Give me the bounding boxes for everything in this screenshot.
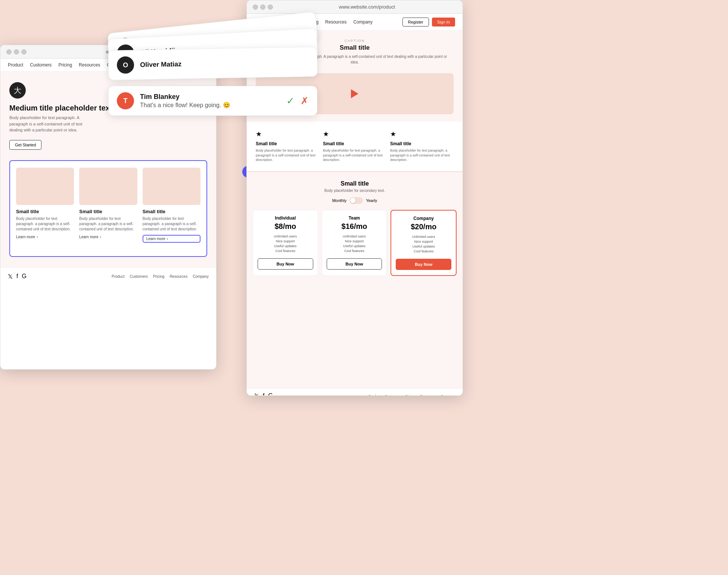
- right-footer-social: 𝕏 f G: [254, 392, 273, 396]
- toggle-monthly-label: Monthly: [332, 198, 347, 203]
- card-image-2: [79, 168, 137, 205]
- right-browser-footer: 𝕏 f G Product Customers Pricing Resource…: [247, 388, 463, 396]
- plan-feature-2-individual: Useful updates: [258, 244, 313, 248]
- get-started-button[interactable]: Get Started: [9, 140, 41, 150]
- chevron-right-icon: ›: [37, 235, 38, 239]
- plan-price-individual: $8/mo: [258, 222, 313, 231]
- footer-pricing[interactable]: Pricing: [153, 274, 165, 279]
- right-dot-1: [253, 4, 258, 10]
- cards-section: Small title Body placeholder for text pa…: [9, 160, 207, 257]
- card-learn-more-2[interactable]: Learn more ›: [79, 235, 137, 239]
- left-nav-product[interactable]: Product: [8, 62, 23, 68]
- left-nav-resources[interactable]: Resources: [79, 62, 100, 68]
- right-footer-pricing[interactable]: Pricing: [405, 394, 416, 396]
- card-image-1: [16, 168, 74, 205]
- feature-title-3: Small title: [390, 141, 454, 146]
- right-nav-company[interactable]: Company: [353, 19, 372, 25]
- check-icon[interactable]: ✓: [286, 95, 295, 107]
- footer-company[interactable]: Company: [193, 274, 209, 279]
- card-body-2: Body placeholder for text paragraph. a p…: [79, 216, 137, 232]
- right-browser-url: www.website.com/product: [277, 4, 457, 10]
- plan-feature-3-team: Cool features: [327, 249, 382, 253]
- buy-btn-company[interactable]: Buy Now: [396, 259, 451, 270]
- card-title-3: Small title: [143, 209, 200, 214]
- star-icon-3: ★: [390, 130, 454, 138]
- chat-card-3: O Oliver Matiaz: [108, 47, 317, 80]
- pricing-title: Small title: [253, 180, 457, 187]
- right-footer-customers[interactable]: Customers: [385, 394, 401, 396]
- right-browser-dots: [253, 4, 273, 10]
- card-body-3: Body placeholder for text paragraph. a p…: [143, 216, 200, 232]
- pricing-section: Small title Body placeholder for seconda…: [247, 172, 463, 284]
- right-facebook-icon[interactable]: f: [263, 392, 264, 396]
- card-learn-more-3-highlighted[interactable]: Learn more ›: [143, 235, 200, 243]
- right-footer-links: Product Customers Pricing Resources Comp…: [368, 394, 455, 396]
- footer-resources[interactable]: Resources: [169, 274, 187, 279]
- chat-content-tim: Tim Blankey That's a nice flow! Keep goi…: [140, 93, 230, 109]
- left-nav-pricing[interactable]: Pricing: [58, 62, 72, 68]
- plan-feature-0-individual: Unlimited users: [258, 234, 313, 238]
- google-icon[interactable]: G: [22, 273, 26, 280]
- star-icon-2: ★: [323, 130, 386, 138]
- toggle-knob: [350, 198, 355, 203]
- plan-price-company: $20/mo: [396, 223, 451, 231]
- right-google-icon[interactable]: G: [268, 392, 273, 396]
- card-body-1: Body placeholder for text paragraph. a p…: [16, 216, 74, 232]
- pricing-card-team: Team $16/mo Unlimited users Nice support…: [322, 210, 387, 276]
- plan-feature-0-company: Unlimited users: [396, 235, 451, 239]
- feature-col-1: ★ Small title Body placeholder for text …: [256, 130, 319, 162]
- facebook-icon[interactable]: f: [16, 273, 18, 280]
- plan-feature-0-team: Unlimited users: [327, 234, 382, 238]
- right-footer-product[interactable]: Product: [368, 394, 380, 396]
- card-item-3: Small title Body placeholder for text pa…: [143, 168, 200, 243]
- browser-dots: [6, 49, 27, 55]
- twitter-icon[interactable]: 𝕏: [8, 273, 13, 280]
- right-twitter-icon[interactable]: 𝕏: [254, 392, 259, 396]
- play-button-icon[interactable]: [351, 89, 358, 98]
- browser-dot-2: [14, 49, 19, 55]
- card-learn-more-1[interactable]: Learn more ›: [16, 235, 74, 239]
- right-footer-resources[interactable]: Resources: [420, 394, 436, 396]
- plan-price-team: $16/mo: [327, 222, 382, 231]
- cross-icon[interactable]: ✗: [301, 95, 309, 107]
- right-browser-body: CAPTION Small title Body placeholder for…: [247, 31, 463, 388]
- card-title-1: Small title: [16, 209, 74, 214]
- register-button[interactable]: Register: [402, 18, 429, 27]
- plan-name-individual: Individual: [258, 215, 313, 221]
- left-nav-customers[interactable]: Customers: [30, 62, 52, 68]
- feature-body-1: Body placeholder for text paragraph. a p…: [256, 148, 319, 162]
- right-footer-company[interactable]: Company: [441, 394, 455, 396]
- feature-col-3: ★ Small title Body placeholder for text …: [390, 130, 454, 162]
- avatar-oliver: O: [117, 56, 134, 74]
- footer-customers[interactable]: Customers: [130, 274, 147, 279]
- chat-message-tim: That's a nice flow! Keep going. 😊: [140, 102, 230, 109]
- chat-actions-tim: ✓ ✗: [286, 95, 309, 107]
- feature-body-2: Body placeholder for text paragraph. a p…: [323, 148, 386, 162]
- right-dot-2: [260, 4, 265, 10]
- chevron-right-icon-3: ›: [167, 237, 168, 241]
- hero-icon: 大: [9, 82, 26, 99]
- card-item-1: Small title Body placeholder for text pa…: [16, 168, 74, 243]
- right-nav-resources[interactable]: Resources: [325, 19, 346, 25]
- pricing-toggle: Monthly Yearly: [253, 197, 457, 204]
- star-icon-1: ★: [256, 130, 319, 138]
- toggle-yearly-label: Yearly: [366, 198, 377, 203]
- left-browser-footer: 𝕏 f G Product Customers Pricing Resource…: [0, 267, 216, 285]
- buy-btn-team[interactable]: Buy Now: [327, 258, 382, 270]
- signin-button[interactable]: Sign In: [432, 18, 455, 27]
- footer-product[interactable]: Product: [112, 274, 124, 279]
- feature-col-2: ★ Small title Body placeholder for text …: [323, 130, 386, 162]
- plan-feature-2-team: Useful updates: [327, 244, 382, 248]
- footer-social-icons: 𝕏 f G: [8, 273, 27, 280]
- feature-body-3: Body placeholder for text paragraph. a p…: [390, 148, 454, 162]
- billing-toggle-switch[interactable]: [349, 197, 363, 204]
- buy-btn-individual[interactable]: Buy Now: [258, 258, 313, 270]
- pricing-card-individual: Individual $8/mo Unlimited users Nice su…: [253, 210, 318, 276]
- plan-feature-3-individual: Cool features: [258, 249, 313, 253]
- avatar-tim: T: [117, 92, 134, 109]
- pricing-cards: Individual $8/mo Unlimited users Nice su…: [253, 210, 457, 276]
- chat-name-tim: Tim Blankey: [140, 93, 230, 101]
- nav-right-buttons: Register Sign In: [402, 18, 455, 27]
- plan-feature-2-company: Useful updates: [396, 245, 451, 248]
- browser-dot-3: [21, 49, 27, 55]
